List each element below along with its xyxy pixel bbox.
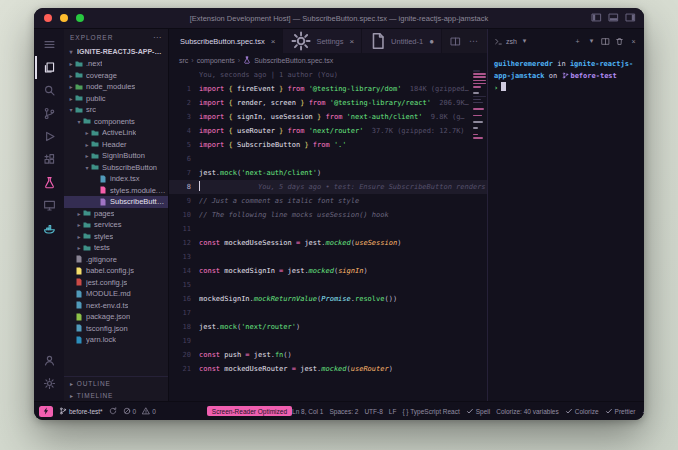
status-cursor-position[interactable]: Ln 8, Col 1 [292, 408, 323, 415]
status-screen-reader-mode[interactable]: Screen-Reader Optimized [207, 406, 292, 416]
tree-item-next[interactable]: ▸.next [64, 58, 168, 70]
breadcrumb-item-src[interactable]: src [179, 57, 188, 64]
activity-source-control-button[interactable] [35, 102, 63, 125]
breadcrumb-item-components[interactable]: components [197, 57, 235, 64]
split-icon[interactable] [601, 37, 610, 46]
chevron-down-icon[interactable]: ▾ [587, 37, 596, 46]
line-number[interactable]: 18 [169, 320, 199, 334]
codelens-blame[interactable]: You, seconds ago | 1 author (You) [169, 68, 487, 82]
tab-settings[interactable]: Settings× [283, 29, 362, 53]
tree-item-pages[interactable]: ▸pages [64, 208, 168, 220]
tree-item-services[interactable]: ▸services [64, 219, 168, 231]
code-line-17[interactable]: 17 [169, 306, 487, 320]
line-number[interactable]: 2 [169, 96, 199, 110]
code-line-10[interactable]: 10// The following line mocks useSession… [169, 208, 487, 222]
code-line-8[interactable]: 8 You, 5 days ago • test: Ensure Subscri… [169, 180, 487, 194]
tree-item-node-modules[interactable]: ▸node_modules [64, 81, 168, 93]
activity-search-button[interactable] [35, 79, 63, 102]
code-line-14[interactable]: 14const mockedSignIn = jest.mocked(signI… [169, 264, 487, 278]
line-number[interactable]: 9 [169, 194, 199, 208]
status-indentation[interactable]: Spaces: 2 [329, 408, 358, 415]
tree-item-coverage[interactable]: ▸coverage [64, 70, 168, 82]
code-line-6[interactable]: 6 [169, 152, 487, 166]
code-line-13[interactable]: 13 [169, 250, 487, 264]
status-colorize[interactable]: Colorize [565, 407, 599, 415]
tree-item-activelink[interactable]: ▸ActiveLink [64, 127, 168, 139]
line-number[interactable]: 6 [169, 152, 199, 166]
code-line-21[interactable]: 21const mockedUseRouter = jest.mocked(us… [169, 362, 487, 376]
activity-remote-button[interactable] [35, 194, 63, 217]
line-number[interactable]: 17 [169, 306, 199, 320]
tree-item-tsconfig-json[interactable]: tsconfig.json [64, 323, 168, 335]
more-icon[interactable]: ⋯ [468, 36, 479, 47]
code-line-18[interactable]: 18jest.mock('next/router') [169, 320, 487, 334]
tree-item-tests[interactable]: ▸tests [64, 242, 168, 254]
activity-menu-button[interactable] [35, 33, 63, 56]
close-tab-icon[interactable]: × [350, 37, 355, 46]
code-line-7[interactable]: 7jest.mock('next-auth/client') [169, 166, 487, 180]
project-root-row[interactable]: ▾ IGNITE-REACTJS-APP-JAMSTACK [64, 45, 168, 58]
activity-debug-button[interactable] [35, 125, 63, 148]
activity-extensions-button[interactable] [35, 148, 63, 171]
trash-icon[interactable] [615, 37, 624, 46]
status-eol[interactable]: LF [389, 408, 397, 415]
layout-sidebar-icon[interactable] [591, 12, 602, 23]
tree-item-src[interactable]: ▾src [64, 104, 168, 116]
activity-account-button[interactable] [35, 349, 63, 372]
line-number[interactable]: 20 [169, 348, 199, 362]
code-line-11[interactable]: 11 [169, 222, 487, 236]
line-number[interactable]: 12 [169, 236, 199, 250]
tree-item-yarn-lock[interactable]: yarn.lock [64, 334, 168, 346]
line-number[interactable] [169, 68, 199, 82]
tree-item-jest-config-js[interactable]: jest.config.js [64, 277, 168, 289]
section-timeline[interactable]: ▸TIMELINE [64, 389, 168, 401]
tree-item-package-json[interactable]: package.json [64, 311, 168, 323]
code-line-19[interactable]: 19 [169, 334, 487, 348]
code-editor[interactable]: You, seconds ago | 1 author (You)1import… [169, 67, 487, 401]
status-git-branch-status[interactable]: before-test* [59, 407, 103, 415]
breadcrumb-item-subscribebutton-spec-tsx[interactable]: SubscribeButton.spec.tsx [254, 57, 333, 64]
status-encoding[interactable]: UTF-8 [364, 408, 382, 415]
layout-secondary-icon[interactable] [625, 12, 636, 23]
code-line-2[interactable]: 2import { render, screen } from '@testin… [169, 96, 487, 110]
layout-panel-icon[interactable] [608, 12, 619, 23]
status-error-count[interactable]: 0 [123, 407, 137, 415]
tree-item-header[interactable]: ▸Header [64, 139, 168, 151]
code-line-3[interactable]: 3import { signIn, useSession } from 'nex… [169, 110, 487, 124]
tree-item-signinbutton[interactable]: ▸SignInButton [64, 150, 168, 162]
more-actions-icon[interactable]: ⋯ [153, 33, 162, 42]
status-prettier[interactable]: Prettier [605, 407, 636, 415]
chevron-down-icon[interactable]: ▾ [520, 37, 529, 46]
status-warning-count[interactable]: 0 [142, 407, 156, 415]
line-number[interactable]: 21 [169, 362, 199, 376]
code-line-20[interactable]: 20const push = jest.fn() [169, 348, 487, 362]
activity-testing-button[interactable] [35, 171, 63, 194]
line-number[interactable]: 13 [169, 250, 199, 264]
terminal-shell-label[interactable]: zsh [506, 38, 517, 45]
line-number[interactable]: 15 [169, 278, 199, 292]
tree-item-next-env-d-ts[interactable]: next-env.d.ts [64, 300, 168, 312]
line-number[interactable]: 10 [169, 208, 199, 222]
line-number[interactable]: 1 [169, 82, 199, 96]
plus-icon[interactable]: + [573, 37, 582, 46]
code-line-15[interactable]: 15 [169, 278, 487, 292]
tree-item-subscribebutton-spec-tsx[interactable]: SubscribeButton.spec.tsx [64, 196, 168, 208]
tree-item-styles-module-scss[interactable]: styles.module.scss [64, 185, 168, 197]
status-spell-checker[interactable]: Spell [466, 407, 490, 415]
tab-subscribebutton-spec-tsx[interactable]: SubscribeButton.spec.tsx× [169, 29, 283, 53]
tree-item-public[interactable]: ▸public [64, 93, 168, 105]
code-line-9[interactable]: 9// Just a comment as italic font style [169, 194, 487, 208]
tree-item-subscribebutton[interactable]: ▾SubscribeButton [64, 162, 168, 174]
modified-dot-icon[interactable]: ● [429, 37, 434, 46]
split-editor-icon[interactable] [450, 36, 461, 47]
tab-untitled-1[interactable]: Untitled-1● [362, 29, 442, 53]
line-number[interactable]: 14 [169, 264, 199, 278]
status-language-mode[interactable]: { } TypeScript React [402, 408, 459, 415]
code-line-5[interactable]: 5import { SubscribeButton } from '.' [169, 138, 487, 152]
close-tab-icon[interactable]: × [271, 37, 276, 46]
line-number[interactable]: 7 [169, 166, 199, 180]
tree-item-styles[interactable]: ▸styles [64, 231, 168, 243]
code-line-1[interactable]: 1import { fireEvent } from '@testing-lib… [169, 82, 487, 96]
line-number[interactable]: 16 [169, 292, 199, 306]
line-number[interactable]: 5 [169, 138, 199, 152]
